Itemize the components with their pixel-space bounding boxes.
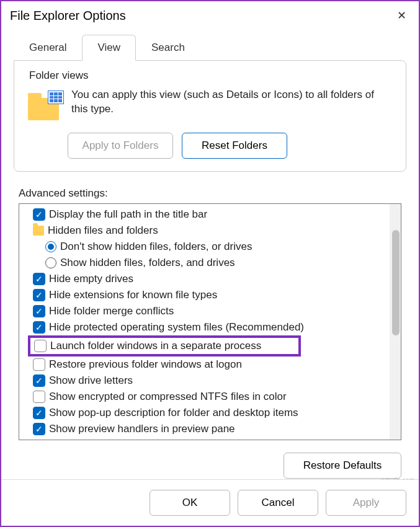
- checkbox-icon[interactable]: [33, 407, 45, 419]
- reset-folders-button[interactable]: Reset Folders: [182, 133, 287, 159]
- checkbox-icon[interactable]: [33, 423, 45, 435]
- restore-defaults-button[interactable]: Restore Defaults: [284, 453, 401, 479]
- scrollbar[interactable]: [390, 204, 401, 440]
- list-item: Hide extensions for known file types: [20, 287, 388, 303]
- checkbox-icon[interactable]: [33, 358, 45, 371]
- checkbox-icon[interactable]: [33, 289, 45, 301]
- folder-icon: [33, 226, 44, 236]
- list-item: Hidden files and folders: [20, 223, 388, 239]
- checkbox-icon[interactable]: [33, 208, 45, 221]
- radio-icon[interactable]: [45, 241, 56, 252]
- tab-general[interactable]: General: [14, 35, 82, 61]
- list-item: Display the full path in the title bar: [20, 206, 388, 223]
- dialog-buttons: OK Cancel Apply: [1, 479, 419, 526]
- list-item: Show hidden files, folders, and drives: [20, 255, 388, 271]
- list-item: Don't show hidden files, folders, or dri…: [20, 239, 388, 255]
- radio-icon[interactable]: [45, 257, 56, 268]
- advanced-settings-list: Display the full path in the title bar H…: [19, 203, 401, 440]
- list-item: Show encrypted or compressed NTFS files …: [20, 389, 388, 405]
- folder-views-group: Folder views You can apply this view (su…: [14, 60, 406, 172]
- list-item: Restore previous folder windows at logon: [20, 356, 388, 373]
- folder-views-icon: [27, 88, 64, 122]
- checkbox-icon[interactable]: [34, 340, 47, 352]
- titlebar: File Explorer Options ✕: [1, 1, 419, 30]
- ok-button[interactable]: OK: [150, 490, 230, 516]
- window-title: File Explorer Options: [10, 9, 126, 23]
- tab-search[interactable]: Search: [136, 35, 200, 61]
- highlight-box: Launch folder windows in a separate proc…: [28, 335, 301, 356]
- checkbox-icon[interactable]: [33, 391, 45, 403]
- checkbox-icon[interactable]: [33, 273, 45, 285]
- close-icon[interactable]: ✕: [392, 6, 411, 25]
- list-item: Show pop-up description for folder and d…: [20, 405, 388, 421]
- list-item: Launch folder windows in a separate proc…: [32, 338, 297, 354]
- apply-to-folders-button[interactable]: Apply to Folders: [68, 133, 173, 159]
- cancel-button[interactable]: Cancel: [238, 490, 318, 516]
- tab-view[interactable]: View: [82, 35, 136, 61]
- list-item: Hide protected operating system files (R…: [20, 319, 388, 335]
- scrollbar-thumb[interactable]: [392, 230, 400, 335]
- list-item: Hide folder merge conflicts: [20, 303, 388, 319]
- folder-views-label: Folder views: [29, 69, 397, 82]
- checkbox-icon[interactable]: [33, 321, 45, 334]
- advanced-settings-label: Advanced settings:: [19, 187, 419, 200]
- tab-strip: General View Search: [1, 35, 419, 61]
- list-item: Hide empty drives: [20, 271, 388, 287]
- checkbox-icon[interactable]: [33, 374, 45, 387]
- apply-button[interactable]: Apply: [326, 490, 406, 516]
- list-item: Show drive letters: [20, 373, 388, 389]
- list-item: Show preview handlers in preview pane: [20, 421, 388, 437]
- folder-views-description: You can apply this view (such as Details…: [71, 88, 393, 117]
- checkbox-icon[interactable]: [33, 305, 45, 317]
